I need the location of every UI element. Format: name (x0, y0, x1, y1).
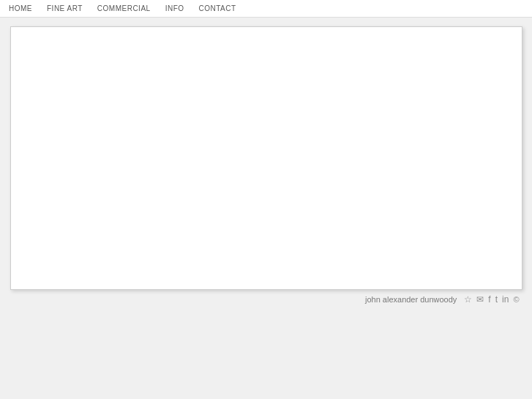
copyright-icon: © (513, 295, 519, 304)
content-area: john alexander dunwoody ☆ ✉ f t in © (10, 26, 522, 399)
footer-name: john alexander dunwoody (365, 295, 457, 304)
page-wrapper: HOME FINE ART COMMERCIAL INFO CONTACT jo… (0, 0, 532, 399)
footer: john alexander dunwoody ☆ ✉ f t in © (10, 290, 522, 309)
linkedin-icon[interactable]: in (502, 294, 509, 305)
nav-item-contact[interactable]: CONTACT (199, 4, 236, 12)
nav-item-commercial[interactable]: COMMERCIAL (97, 4, 151, 12)
nav-item-info[interactable]: INFO (165, 4, 184, 12)
email-icon[interactable]: ✉ (476, 294, 484, 305)
main-frame (10, 26, 522, 290)
twitter-icon[interactable]: t (495, 294, 498, 305)
facebook-icon[interactable]: f (488, 294, 490, 305)
nav-item-fine-art[interactable]: FINE ART (47, 4, 83, 12)
nav-item-home[interactable]: HOME (9, 4, 32, 12)
nav-bar: HOME FINE ART COMMERCIAL INFO CONTACT (0, 0, 532, 18)
star-icon[interactable]: ☆ (464, 294, 472, 305)
